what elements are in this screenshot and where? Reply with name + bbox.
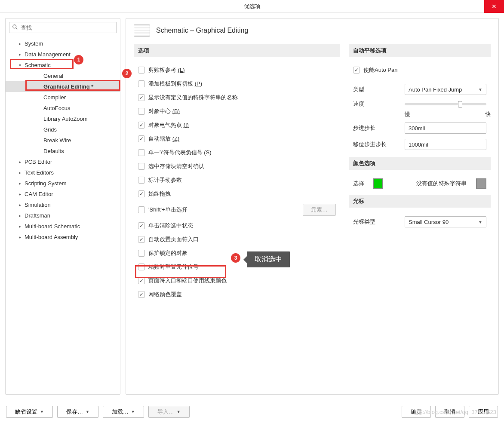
tree-item-multiboard-schematic[interactable]: ▸Multi-board Schematic: [6, 221, 120, 232]
tree-item-pcb-editor[interactable]: ▸PCB Editor: [6, 156, 120, 167]
close-button[interactable]: ✕: [484, 0, 504, 13]
label-object-center: 对象中心 (B): [148, 107, 180, 115]
checkbox-clipboard-ref[interactable]: [138, 67, 145, 74]
content-pane: Schematic – Graphical Editing 选项 剪贴板参考 (…: [126, 18, 499, 395]
select-cursor-type[interactable]: Small Cursor 90 ▼: [405, 216, 486, 227]
label-mark-manual: 标计手动参数: [148, 176, 182, 184]
tree-item-simulation[interactable]: ▸Simulation: [6, 199, 120, 210]
option-row-object-center: 对象中心 (B): [138, 104, 336, 118]
checkbox-show-special[interactable]: [138, 94, 145, 101]
option-row-show-special: 显示没有定义值的特殊字符串的名称: [138, 91, 336, 104]
checkbox-always-drag[interactable]: [138, 190, 145, 197]
search-input[interactable]: [21, 25, 114, 31]
color-swatch-special[interactable]: [476, 178, 486, 189]
tree-label: Library AutoZoom: [43, 116, 88, 122]
tree-item-data-management[interactable]: ▸Data Management: [6, 49, 120, 60]
label-cursor-type: 光标类型: [353, 218, 400, 226]
checkbox-auto-zoom[interactable]: [138, 135, 145, 142]
color-swatch-selection[interactable]: [373, 178, 383, 189]
tree-label: Text Editors: [25, 169, 54, 176]
input-shift-step[interactable]: 1000mil: [405, 139, 486, 150]
option-row-clipboard-ref: 剪贴板参考 (L): [138, 63, 336, 77]
import-button[interactable]: 导入…▼: [148, 406, 190, 418]
load-button[interactable]: 加载…▼: [103, 406, 144, 418]
tree-item-defaults[interactable]: Defaults: [6, 146, 120, 156]
tree-label: Scripting System: [25, 180, 67, 187]
section-color-header: 颜色选项: [349, 157, 491, 170]
select-autopan-type[interactable]: Auto Pan Fixed Jump ▼: [405, 84, 486, 95]
save-button[interactable]: 保存…▼: [57, 406, 98, 418]
checkbox-click-clear[interactable]: [138, 222, 145, 229]
label-slow: 慢: [405, 110, 410, 118]
label-reset-designator: 粘贴时重置元件位号: [148, 263, 199, 271]
tree-item-general[interactable]: General: [6, 70, 120, 81]
slider-speed[interactable]: [405, 103, 486, 105]
label-auto-zoom: 自动缩放 (Z): [148, 135, 179, 143]
label-fast: 快: [485, 110, 491, 118]
tree-item-schematic[interactable]: ▾Schematic: [6, 60, 120, 70]
tree-label: AutoFocus: [43, 105, 70, 111]
tree-item-cam-editor[interactable]: ▸CAM Editor: [6, 189, 120, 199]
checkbox-electrical-hotspot[interactable]: [138, 122, 145, 129]
ok-button[interactable]: 确定: [402, 406, 431, 418]
page-header: Schematic – Graphical Editing: [134, 25, 491, 37]
checkbox-auto-place-sheet[interactable]: [138, 236, 145, 243]
option-row-reset-designator: 粘贴时重置元件位号: [138, 260, 336, 274]
label-electrical-hotspot: 对象电气热点 (I): [148, 121, 189, 129]
tree-item-draftsman[interactable]: ▸Draftsman: [6, 210, 120, 221]
label-shift-step: 移位步进步长: [353, 141, 400, 148]
input-step[interactable]: 300mil: [405, 123, 486, 134]
tree-item-system[interactable]: ▸System: [6, 38, 120, 49]
section-autopan-header: 自动平移选项: [349, 44, 491, 57]
label-shift-click: 'Shift'+单击选择: [148, 206, 187, 214]
search-box[interactable]: [9, 22, 117, 33]
tree-item-compiler[interactable]: Compiler: [6, 92, 120, 103]
tree-item-grids[interactable]: Grids: [6, 124, 120, 135]
label-confirm-clear: 选中存储块清空时确认: [148, 162, 204, 170]
tree-item-scripting-system[interactable]: ▸Scripting System: [6, 178, 120, 189]
tree-item-graphical-editing[interactable]: Graphical Editing *: [6, 81, 120, 92]
bottom-toolbar: 缺省设置▼ 保存…▼ 加载…▼ 导入…▼ 确定 取消 应用: [0, 400, 504, 423]
tree-label: Draftsman: [25, 212, 50, 219]
tree-item-break-wire[interactable]: Break Wire: [6, 135, 120, 146]
chevron-down-icon: ▼: [40, 410, 44, 414]
svg-point-0: [13, 25, 16, 28]
defaults-button[interactable]: 缺省设置▼: [6, 406, 53, 418]
checkbox-object-center[interactable]: [138, 108, 145, 115]
checkbox-enable-autopan[interactable]: [353, 67, 360, 74]
apply-button[interactable]: 应用: [469, 406, 498, 418]
label-select-color: 选择: [353, 180, 367, 187]
option-row-protect-locked: 保护锁定的对象: [138, 246, 336, 260]
checkbox-protect-locked[interactable]: [138, 250, 145, 257]
schematic-page-icon: [134, 25, 150, 37]
option-row-shift-click: 'Shift'+单击选择元素…: [138, 201, 336, 219]
chevron-down-icon: ▼: [131, 410, 135, 414]
option-row-add-template: 添加模板到剪切板 (P): [138, 77, 336, 91]
tree-label: Schematic: [25, 62, 51, 68]
checkbox-net-color-override[interactable]: [138, 291, 145, 298]
cancel-button[interactable]: 取消: [435, 406, 464, 418]
checkbox-single-neg[interactable]: [138, 149, 145, 156]
tree-item-library-autozoom[interactable]: Library AutoZoom: [6, 113, 120, 124]
checkbox-sheet-port-color[interactable]: [138, 277, 145, 284]
checkbox-mark-manual[interactable]: [138, 177, 145, 184]
tree-item-text-editors[interactable]: ▸Text Editors: [6, 167, 120, 178]
tree-item-autofocus[interactable]: AutoFocus: [6, 103, 120, 113]
tree-label: Grids: [43, 126, 57, 133]
tree-label: Multi-board Schematic: [25, 223, 80, 230]
option-row-auto-place-sheet: 自动放置页面符入口: [138, 233, 336, 246]
window-title: 优选项: [244, 3, 261, 10]
checkbox-reset-designator[interactable]: [138, 264, 145, 270]
search-icon: [12, 24, 18, 31]
label-speed: 速度: [353, 100, 400, 108]
tree-label: PCB Editor: [25, 159, 52, 165]
checkbox-shift-click[interactable]: [138, 206, 145, 213]
label-single-neg: 单一'\'符号代表负信号 (S): [148, 149, 212, 156]
chevron-down-icon: ▼: [478, 87, 482, 92]
checkbox-add-template[interactable]: [138, 80, 145, 87]
slider-thumb[interactable]: [458, 101, 462, 107]
caret-right-icon: ▸: [18, 203, 22, 207]
checkbox-confirm-clear[interactable]: [138, 163, 145, 170]
tree-item-multiboard-assembly[interactable]: ▸Multi-board Assembly: [6, 232, 120, 242]
option-row-sheet-port-color: 页面符入口和端口使用线束颜色: [138, 274, 336, 288]
